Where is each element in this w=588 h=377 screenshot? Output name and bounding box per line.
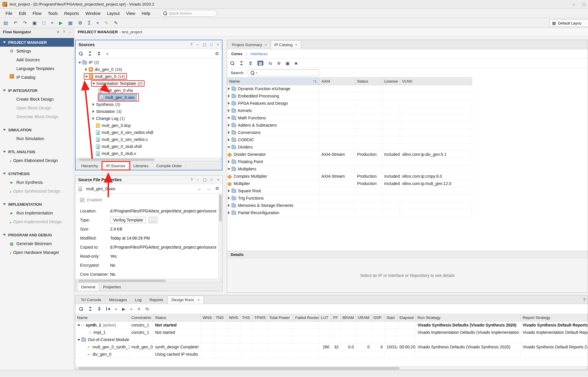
menu-flow[interactable]: Flow bbox=[29, 10, 45, 17]
chevron-down-icon[interactable] bbox=[85, 75, 88, 78]
chevron-right-icon[interactable] bbox=[227, 94, 231, 98]
chevron-right-icon[interactable] bbox=[227, 102, 231, 105]
menu-help[interactable]: Help bbox=[138, 10, 154, 17]
delete-icon[interactable]: × bbox=[51, 21, 53, 25]
ip-category-row[interactable]: Kernels bbox=[227, 107, 472, 114]
chevron-down-icon[interactable] bbox=[227, 145, 231, 149]
column-tpws[interactable]: TPWS bbox=[253, 314, 267, 321]
scroll-right-icon[interactable]: › bbox=[220, 279, 221, 282]
chevron-right-icon[interactable] bbox=[227, 196, 231, 200]
chevron-down-icon[interactable] bbox=[77, 323, 81, 327]
collapse-all-icon[interactable] bbox=[88, 307, 92, 311]
subnav-cores[interactable]: Cores bbox=[231, 52, 242, 56]
cancel-icon[interactable]: × bbox=[96, 21, 99, 25]
column-whs[interactable]: WHS bbox=[227, 314, 240, 321]
next-runs-icon[interactable]: » bbox=[130, 307, 133, 311]
minimize-icon[interactable]: – bbox=[197, 177, 199, 182]
quick-access-search[interactable]: Quick Access bbox=[160, 10, 217, 17]
tab-tcl-console[interactable]: Tcl Console bbox=[77, 296, 105, 304]
tab-project-summary[interactable]: Project Summary × bbox=[228, 41, 271, 49]
redo-icon[interactable]: ↷ bbox=[23, 21, 27, 25]
flownav-item-add-sources[interactable]: Add Sources bbox=[0, 55, 74, 64]
close-icon[interactable]: × bbox=[197, 298, 200, 302]
menu-layout[interactable]: Layout bbox=[104, 10, 123, 17]
expand-all-icon[interactable] bbox=[97, 51, 101, 56]
scroll-right-icon[interactable]: › bbox=[220, 158, 221, 161]
flownav-item-run-simulation[interactable]: Run Simulation bbox=[0, 134, 74, 143]
dropdown-icon[interactable]: ▾ bbox=[256, 71, 258, 74]
column-ff[interactable]: FF bbox=[331, 314, 341, 321]
first-run-icon[interactable]: ◀ bbox=[106, 307, 110, 311]
create-run-icon[interactable]: + bbox=[138, 306, 140, 312]
back-icon[interactable]: ← bbox=[197, 186, 202, 191]
collapse-all-icon[interactable] bbox=[88, 51, 92, 56]
layout-grid-icon[interactable]: ▦ bbox=[68, 21, 72, 25]
probe-icon[interactable]: ✎ bbox=[105, 21, 108, 25]
help-icon[interactable]: ? bbox=[190, 42, 192, 47]
forward-icon[interactable]: → bbox=[206, 186, 211, 191]
run-icon[interactable]: ▶ bbox=[122, 307, 125, 311]
tree-item-ip[interactable]: IP (2) bbox=[76, 59, 222, 66]
gear-icon[interactable]: ⚙ bbox=[215, 51, 219, 56]
ip-category-row[interactable]: Dynamic Function eXchange bbox=[227, 85, 472, 92]
more-button[interactable]: … bbox=[149, 217, 157, 223]
tab-reports[interactable]: Reports bbox=[146, 296, 167, 304]
tab-properties[interactable]: Properties bbox=[99, 283, 125, 291]
chevron-down-icon[interactable] bbox=[227, 116, 231, 120]
flownav-item-open-hardware-manager[interactable]: › Open Hardware Manager bbox=[0, 248, 74, 257]
help-icon[interactable]: ? bbox=[583, 297, 585, 302]
tree-item-sim-netlist-v[interactable]: mult_gen_0_sim_netlist.v bbox=[76, 136, 222, 143]
help-icon[interactable]: ? bbox=[191, 177, 193, 182]
tab-ip-catalog[interactable]: IP Catalog × bbox=[271, 40, 301, 49]
menu-file[interactable]: File bbox=[2, 10, 15, 17]
column-status[interactable]: Status bbox=[355, 78, 382, 85]
flownav-section-program-and-debug[interactable]: PROGRAM AND DEBUG bbox=[0, 231, 74, 239]
close-icon[interactable]: × bbox=[217, 42, 219, 47]
column-run-strategy[interactable]: Run Strategy bbox=[416, 314, 521, 321]
tree-item-stub-v[interactable]: mult_gen_0_stub.v bbox=[76, 150, 222, 157]
debug-probe-icon[interactable]: ✎ bbox=[114, 21, 118, 25]
tree-item-mult-gen-0-vho[interactable]: mult_gen_0.vho bbox=[76, 87, 222, 94]
ip-category-row[interactable]: Multipliers bbox=[227, 165, 472, 173]
column-name[interactable]: Name ^1 bbox=[227, 78, 319, 85]
tree-item-mult-gen-0-dcp[interactable]: mult_gen_0.dcp bbox=[76, 122, 222, 129]
chevron-right-icon[interactable] bbox=[84, 68, 88, 71]
scrollbar-thumb[interactable] bbox=[78, 280, 166, 282]
sum-icon[interactable]: Σ bbox=[88, 21, 91, 25]
chevron-right-icon[interactable] bbox=[227, 131, 231, 134]
flownav-item-ip-catalog[interactable]: IP Catalog bbox=[0, 73, 74, 82]
flownav-item-create-block-design[interactable]: Create Block Design bbox=[0, 95, 74, 104]
flownav-section-rtl-analysis[interactable]: RTL ANALYSIS bbox=[0, 147, 74, 156]
column-uram[interactable]: URAM bbox=[356, 314, 372, 321]
ip-category-row[interactable]: Trig Functions bbox=[227, 195, 472, 202]
tab-messages[interactable]: Messages bbox=[105, 296, 131, 304]
search-icon[interactable] bbox=[230, 61, 234, 65]
tab-design-runs[interactable]: Design Runs × bbox=[167, 296, 204, 304]
flownav-item-settings[interactable]: ⚙ Settings bbox=[0, 47, 74, 55]
column-start[interactable]: Start bbox=[385, 314, 398, 321]
subnav-interfaces[interactable]: Interfaces bbox=[250, 52, 268, 56]
close-icon[interactable]: × bbox=[265, 43, 267, 47]
tab-general[interactable]: General bbox=[77, 283, 99, 291]
flownav-item-run-synthesis[interactable]: ▶ Run Synthesis bbox=[0, 178, 74, 187]
tree-item-stub-vhdl[interactable]: mult_gen_0_stub.vhdl bbox=[76, 143, 222, 150]
ip-category-row[interactable]: Memories & Storage Elements bbox=[227, 202, 472, 209]
ip-category-row[interactable]: Partial Reconfiguration bbox=[227, 209, 472, 217]
chevron-down-icon[interactable] bbox=[92, 82, 95, 85]
column-failed-routes[interactable]: Failed Routes bbox=[293, 314, 319, 321]
run-icon[interactable]: ▶ bbox=[59, 21, 62, 25]
menu-reports[interactable]: Reports bbox=[61, 10, 82, 17]
flownav-item-open-implemented-design[interactable]: › Open Implemented Design bbox=[0, 217, 74, 226]
expand-all-icon[interactable] bbox=[248, 61, 253, 65]
float-icon[interactable]: ▢ bbox=[203, 42, 206, 47]
ip-category-row[interactable]: Conversions bbox=[227, 129, 472, 136]
chevron-right-icon[interactable] bbox=[227, 204, 231, 207]
run-row-synth-1[interactable]: ▷synth_1(active) constrs_1 Not started V… bbox=[75, 322, 588, 329]
column-report-strategy[interactable]: Report Strategy bbox=[521, 314, 588, 321]
search-icon[interactable] bbox=[79, 307, 83, 311]
close-icon[interactable]: × bbox=[295, 43, 297, 47]
chevron-right-icon[interactable] bbox=[92, 103, 95, 106]
tab-compile-order[interactable]: Compile Order bbox=[152, 162, 186, 170]
horizontal-scrollbar[interactable]: ‹ › bbox=[75, 366, 588, 370]
chevron-down-icon[interactable] bbox=[77, 338, 81, 341]
